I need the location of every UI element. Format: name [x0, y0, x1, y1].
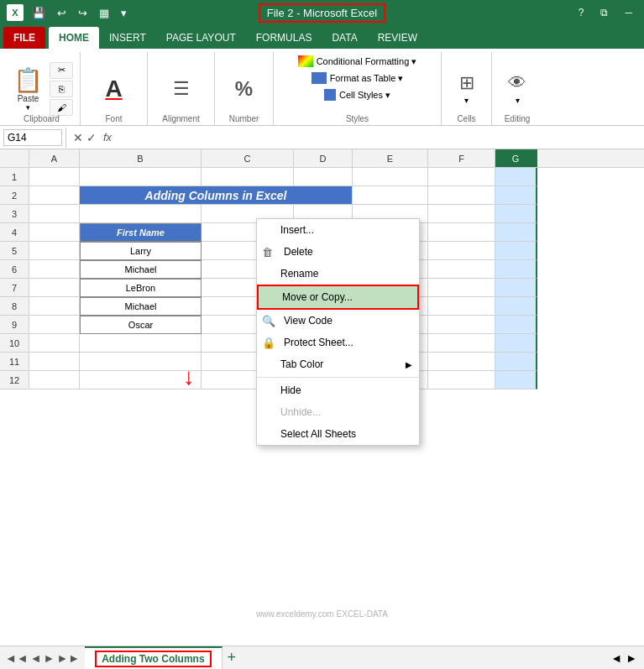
- ctx-select-all[interactable]: Select All Sheets: [257, 423, 419, 445]
- paste-button[interactable]: 📋 Paste ▾: [10, 65, 46, 113]
- name-box[interactable]: G14: [3, 129, 62, 146]
- ctx-move-copy[interactable]: Move or Copy...: [257, 285, 419, 310]
- cell-a5[interactable]: [29, 242, 80, 260]
- cell-a2[interactable]: [29, 186, 80, 205]
- ctx-delete[interactable]: 🗑 Delete: [257, 241, 419, 263]
- col-header-c[interactable]: C: [202, 149, 294, 167]
- row-num-9[interactable]: 9: [0, 316, 29, 334]
- cell-g3[interactable]: [495, 205, 537, 223]
- cell-b1[interactable]: [80, 168, 202, 186]
- cell-f11[interactable]: [428, 353, 495, 371]
- cell-g2[interactable]: [495, 186, 537, 205]
- tab-file[interactable]: FILE: [3, 27, 45, 49]
- cell-g7[interactable]: [495, 279, 537, 297]
- conditional-formatting-button[interactable]: Conditional Formatting ▾: [295, 54, 421, 69]
- help-button[interactable]: ?: [573, 5, 589, 20]
- row-num-3[interactable]: 3: [0, 205, 29, 223]
- format-as-table-button[interactable]: Format as Table ▾: [308, 71, 407, 86]
- cell-g11[interactable]: [495, 353, 537, 371]
- redo-qat-button[interactable]: ↪: [75, 5, 91, 21]
- cell-a7[interactable]: [29, 279, 80, 297]
- cell-e1[interactable]: [353, 168, 428, 186]
- ctx-rename[interactable]: Rename: [257, 263, 419, 285]
- cell-b6[interactable]: Michael: [80, 260, 202, 279]
- active-sheet-tab[interactable]: Adding Two Columns: [85, 646, 222, 669]
- ctx-unhide[interactable]: Unhide...: [257, 401, 419, 423]
- cell-a4[interactable]: [29, 223, 80, 242]
- cell-f6[interactable]: [428, 260, 495, 279]
- add-sheet-button[interactable]: +: [223, 649, 242, 666]
- row-num-5[interactable]: 5: [0, 242, 29, 260]
- tab-insert[interactable]: INSERT: [99, 27, 156, 49]
- cell-a12[interactable]: [29, 371, 80, 389]
- cell-f1[interactable]: [428, 168, 495, 186]
- next-sheet-button[interactable]: ►: [44, 651, 55, 665]
- paste-dropdown[interactable]: ▾: [26, 103, 30, 112]
- cell-b11[interactable]: [80, 353, 202, 371]
- col-header-d[interactable]: D: [294, 149, 353, 167]
- cell-f12[interactable]: [428, 371, 495, 389]
- cell-g1[interactable]: [495, 168, 537, 186]
- restore-button[interactable]: ⧉: [595, 5, 613, 20]
- copy-button[interactable]: ⎘: [50, 81, 73, 97]
- format-painter-button[interactable]: 🖌: [50, 99, 73, 116]
- row-num-7[interactable]: 7: [0, 279, 29, 297]
- last-sheet-button[interactable]: ►►: [56, 651, 80, 665]
- confirm-formula-button[interactable]: ✓: [86, 131, 97, 144]
- ctx-insert[interactable]: Insert...: [257, 219, 419, 241]
- row-num-11[interactable]: 11: [0, 353, 29, 371]
- col-header-f[interactable]: F: [428, 149, 495, 167]
- cell-f2[interactable]: [428, 186, 495, 205]
- row-num-4[interactable]: 4: [0, 223, 29, 242]
- cell-a6[interactable]: [29, 260, 80, 279]
- col-header-b[interactable]: B: [80, 149, 202, 167]
- cut-button[interactable]: ✂: [50, 62, 73, 79]
- grid-qat-button[interactable]: ▦: [96, 5, 113, 21]
- col-header-a[interactable]: A: [29, 149, 80, 167]
- cell-d1[interactable]: [294, 168, 353, 186]
- tab-page-layout[interactable]: PAGE LAYOUT: [156, 27, 246, 49]
- cell-a3[interactable]: [29, 205, 80, 223]
- cell-a8[interactable]: [29, 297, 80, 316]
- cell-g8[interactable]: [495, 297, 537, 316]
- cell-g4[interactable]: [495, 223, 537, 242]
- cell-f5[interactable]: [428, 242, 495, 260]
- row-num-1[interactable]: 1: [0, 168, 29, 186]
- scroll-right-button[interactable]: ►: [626, 651, 637, 665]
- cell-g5[interactable]: [495, 242, 537, 260]
- cell-g9[interactable]: [495, 316, 537, 334]
- cell-styles-button[interactable]: Cell Styles ▾: [321, 87, 394, 102]
- ctx-view-code[interactable]: 🔍 View Code: [257, 310, 419, 332]
- cell-g10[interactable]: [495, 334, 537, 353]
- cell-b7[interactable]: LeBron: [80, 279, 202, 297]
- cell-a10[interactable]: [29, 334, 80, 353]
- col-header-g[interactable]: G: [495, 149, 537, 167]
- cell-f3[interactable]: [428, 205, 495, 223]
- cell-c1[interactable]: [202, 168, 294, 186]
- prev-sheet-button[interactable]: ◄: [30, 651, 42, 665]
- cancel-formula-button[interactable]: ✕: [73, 131, 83, 144]
- row-num-2[interactable]: 2: [0, 186, 29, 205]
- cell-b10[interactable]: [80, 334, 202, 353]
- cell-g6[interactable]: [495, 260, 537, 279]
- tab-formulas[interactable]: FORMULAS: [246, 27, 322, 49]
- formula-input[interactable]: [118, 129, 641, 146]
- editing-dropdown[interactable]: ▾: [516, 96, 520, 105]
- row-num-10[interactable]: 10: [0, 334, 29, 353]
- cell-f8[interactable]: [428, 297, 495, 316]
- cell-a1[interactable]: [29, 168, 80, 186]
- cell-b12[interactable]: [80, 371, 202, 389]
- tab-home[interactable]: HOME: [49, 27, 99, 49]
- cell-b4-header[interactable]: First Name: [80, 223, 202, 242]
- cell-b3[interactable]: [80, 205, 202, 223]
- scroll-left-button[interactable]: ◄: [610, 651, 622, 665]
- minimize-button[interactable]: ─: [620, 5, 637, 20]
- undo-qat-button[interactable]: ↩: [54, 5, 70, 21]
- cell-f10[interactable]: [428, 334, 495, 353]
- cell-a11[interactable]: [29, 353, 80, 371]
- row-num-8[interactable]: 8: [0, 297, 29, 316]
- ctx-hide[interactable]: Hide: [257, 379, 419, 401]
- cell-f4[interactable]: [428, 223, 495, 242]
- tab-review[interactable]: REVIEW: [368, 27, 427, 49]
- row-num-12[interactable]: 12: [0, 371, 29, 389]
